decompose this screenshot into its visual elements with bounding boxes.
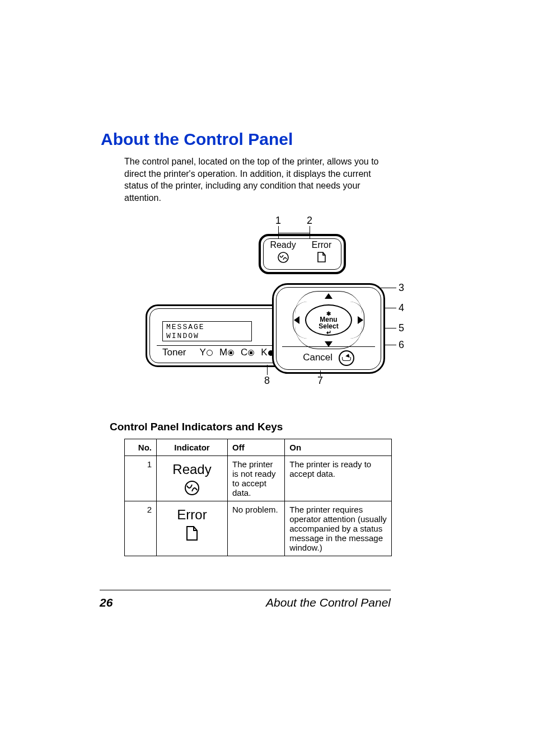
message-window: MESSAGE WINDOW bbox=[162, 321, 252, 341]
callout-4: 4 bbox=[399, 302, 404, 314]
menu-select-button[interactable]: ✱ Menu Select ↵ bbox=[305, 304, 352, 336]
table-header-row: No. Indicator Off On bbox=[125, 439, 392, 456]
col-off: Off bbox=[228, 439, 285, 456]
error-label: Error bbox=[302, 240, 341, 250]
divider bbox=[282, 346, 375, 347]
cell-off: The printer is not ready to accept data. bbox=[228, 456, 285, 501]
callout-2: 2 bbox=[307, 215, 312, 227]
callout-5: 5 bbox=[399, 322, 404, 334]
toner-c: C bbox=[241, 347, 254, 358]
cell-indicator: Ready bbox=[157, 456, 228, 501]
toner-m: M bbox=[219, 347, 234, 358]
cell-indicator: Error bbox=[157, 501, 228, 556]
toner-m-label: M bbox=[219, 347, 227, 358]
col-on: On bbox=[285, 439, 392, 456]
table-row: 2 Error No problem. The printer requires… bbox=[125, 501, 392, 556]
col-indicator: Indicator bbox=[157, 439, 228, 456]
ready-indicator-graphic: Ready bbox=[161, 459, 223, 496]
ready-label: Ready bbox=[264, 240, 302, 250]
callout-line bbox=[320, 370, 321, 376]
toner-dot-half-icon bbox=[248, 350, 254, 356]
dpad: ✱ Menu Select ↵ bbox=[295, 294, 362, 346]
callout-8: 8 bbox=[264, 375, 270, 387]
keypad-panel: ✱ Menu Select ↵ Cancel bbox=[272, 283, 385, 374]
toner-k-label: K bbox=[261, 347, 267, 358]
cancel-row: Cancel bbox=[277, 350, 381, 366]
arrow-up-icon[interactable] bbox=[325, 293, 332, 299]
svg-point-1 bbox=[185, 481, 199, 495]
error-indicator-graphic: Error bbox=[161, 505, 223, 542]
section-heading: Control Panel Indicators and Keys bbox=[110, 421, 433, 433]
indicator-panel: Ready Error bbox=[259, 234, 346, 274]
callout-1: 1 bbox=[275, 215, 281, 227]
toner-dot-open-icon bbox=[207, 350, 213, 356]
indicator-panel-inner: Ready Error bbox=[263, 238, 341, 270]
error-text: Error bbox=[177, 507, 207, 522]
cell-off: No problem. bbox=[228, 501, 285, 556]
indicators-table: No. Indicator Off On 1 Ready The printer… bbox=[124, 439, 392, 556]
toner-y-label: Y bbox=[200, 347, 206, 358]
error-indicator: Error bbox=[302, 240, 341, 264]
cancel-button[interactable] bbox=[339, 350, 354, 366]
footer-rule bbox=[100, 590, 391, 590]
callout-line bbox=[278, 233, 310, 233]
callout-line bbox=[267, 365, 268, 375]
enter-icon: ↵ bbox=[306, 330, 351, 336]
intro-paragraph: The control panel, located on the top of… bbox=[124, 156, 393, 204]
cell-no: 1 bbox=[125, 456, 157, 501]
toner-dot-half-icon bbox=[228, 350, 234, 356]
ready-text: Ready bbox=[172, 462, 211, 477]
table-row: 1 Ready The printer is not ready to acce… bbox=[125, 456, 392, 501]
toner-y: Y bbox=[200, 347, 213, 358]
ready-indicator: Ready bbox=[264, 240, 302, 264]
ready-icon bbox=[264, 251, 302, 264]
callout-6: 6 bbox=[399, 339, 404, 351]
page-number: 26 bbox=[100, 596, 113, 609]
page-heading: About the Control Panel bbox=[101, 130, 433, 149]
keypad-panel-inner: ✱ Menu Select ↵ Cancel bbox=[276, 287, 381, 370]
arrow-right-icon[interactable] bbox=[358, 316, 363, 324]
arrow-left-icon[interactable] bbox=[294, 316, 299, 324]
cell-on: The printer requires operator attention … bbox=[285, 501, 392, 556]
control-panel-diagram: 1 2 Ready Error bbox=[146, 215, 411, 388]
page: About the Control Panel The control pane… bbox=[0, 0, 534, 756]
cancel-label: Cancel bbox=[303, 353, 332, 363]
error-icon bbox=[302, 251, 341, 264]
callout-7: 7 bbox=[317, 375, 323, 387]
cell-no: 2 bbox=[125, 501, 157, 556]
toner-row: Toner Y M C K bbox=[162, 347, 274, 358]
svg-point-0 bbox=[278, 252, 288, 262]
ready-icon bbox=[184, 480, 200, 496]
error-icon bbox=[185, 525, 199, 542]
cell-on: The printer is ready to accept data. bbox=[285, 456, 392, 501]
footer-title: About the Control Panel bbox=[266, 596, 391, 609]
callout-3: 3 bbox=[399, 282, 404, 294]
col-no: No. bbox=[125, 439, 157, 456]
toner-c-label: C bbox=[241, 347, 247, 358]
toner-label: Toner bbox=[162, 347, 186, 358]
